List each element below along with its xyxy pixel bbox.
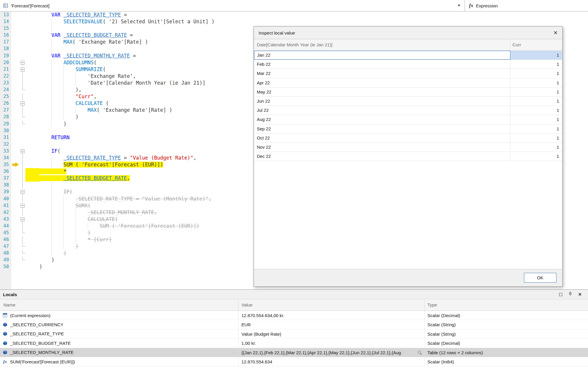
date-cell[interactable]: Feb 22 — [254, 60, 510, 69]
local-name-cell[interactable]: fxSUM('Forecast'[Forecast (EUR)]) — [0, 357, 239, 366]
locals-row[interactable]: fxSUM('Forecast'[Forecast (EUR)])12.870.… — [0, 357, 588, 366]
curr-cell[interactable]: 1 — [510, 60, 562, 69]
code-token — [39, 135, 51, 140]
date-cell[interactable]: Jun 22 — [254, 97, 510, 106]
dialog-close-icon[interactable]: × — [553, 29, 558, 36]
curr-cell[interactable]: 1 — [510, 78, 562, 87]
date-cell[interactable]: Sep 22 — [254, 124, 510, 133]
inspect-table-row[interactable]: Sep 221 — [254, 124, 562, 134]
curr-cell[interactable]: 1 — [510, 88, 562, 96]
locals-row[interactable]: _SELECTED_MONTHLY_RATE{{Jan 22,1},{Feb 2… — [0, 348, 588, 357]
indent-guide — [63, 80, 64, 86]
fold-collapse-icon[interactable] — [21, 68, 24, 71]
fold-margin — [11, 243, 25, 250]
curr-column-header[interactable]: Curr — [510, 39, 562, 50]
name-column-header[interactable]: Name — [0, 299, 239, 311]
pin-icon[interactable] — [568, 292, 572, 297]
code-text: MAX( 'Exchange Rate'[Rate] ) — [25, 107, 172, 114]
curr-cell[interactable]: 1 — [510, 152, 562, 161]
indent-guide — [51, 73, 52, 80]
locals-row[interactable]: _SELECTED_RATE_TYPEValue (Budget Rate)Sc… — [0, 329, 588, 339]
curr-cell[interactable]: 1 — [510, 97, 562, 106]
indent-guide — [51, 93, 52, 100]
date-cell[interactable]: Jul 22 — [254, 106, 510, 115]
date-cell[interactable]: Jan 22 — [254, 51, 510, 60]
chevron-down-icon[interactable] — [458, 5, 460, 6]
local-value-cell[interactable]: EUR — [239, 320, 425, 329]
curr-cell[interactable]: 1 — [510, 143, 562, 152]
fold-margin — [11, 66, 25, 73]
value-column-header[interactable]: Value — [239, 299, 425, 311]
inspect-table-row[interactable]: May 221 — [254, 88, 562, 97]
locals-title: Locals — [3, 292, 17, 297]
local-value-cell[interactable]: 1,00 kr. — [239, 339, 425, 347]
date-cell[interactable]: Apr 22 — [254, 78, 510, 87]
inspect-table-row[interactable]: Jun 221 — [254, 97, 562, 106]
local-name-cell[interactable]: _SELECTED_CURRENCY — [0, 320, 239, 329]
local-name-cell[interactable]: _SELECTED_MONTHLY_RATE — [0, 348, 239, 357]
date-cell[interactable]: Dec 22 — [254, 152, 510, 161]
code-line-14[interactable]: 14 SELECTEDVALUE( '2) Selected Unit'[Sel… — [0, 18, 588, 25]
code-line-13[interactable]: 13 VAR _SELECTED_RATE_TYPE = — [0, 12, 588, 18]
local-name-cell[interactable]: (Current expression) — [0, 311, 239, 320]
inspect-table-row[interactable]: Feb 221 — [254, 60, 562, 69]
code-token — [39, 53, 51, 59]
fold-margin — [11, 209, 25, 216]
code-token: _SELECTED_RATE_TYPE — [63, 12, 121, 18]
curr-cell[interactable]: 1 — [510, 51, 562, 60]
code-token: MAX — [63, 39, 73, 45]
line-number: 18 — [0, 45, 11, 52]
code-text: SUM ( 'Forecast'[Forecast (EUR)]) — [25, 223, 199, 229]
locals-row[interactable]: _SELECTED_BUDGET_RATE1,00 kr.Scalar (Dec… — [0, 339, 588, 348]
inspect-table-row[interactable]: Dec 221 — [254, 152, 562, 161]
line-number: 34 — [0, 155, 11, 161]
locals-row[interactable]: _SELECTED_CURRENCYEURScalar (String) — [0, 320, 588, 329]
date-column-header[interactable]: Date[Calendar Month Year (ie Jan 21)] — [254, 39, 510, 50]
curr-cell[interactable]: 1 — [510, 124, 562, 133]
code-token: ) — [63, 250, 66, 256]
locals-close-icon[interactable]: × — [578, 292, 582, 297]
fold-margin — [11, 223, 25, 229]
inspect-table-row[interactable]: Jan 221 — [254, 51, 562, 60]
float-window-icon[interactable] — [559, 293, 562, 296]
local-value-cell[interactable]: 12.870.554.634,00 kr. — [239, 311, 425, 320]
locals-rows: (Current expression)12.870.554.634,00 kr… — [0, 311, 588, 366]
local-name: _SELECTED_CURRENCY — [10, 322, 63, 327]
indent-guide — [63, 86, 64, 93]
inspect-table-row[interactable]: Apr 221 — [254, 78, 562, 88]
code-token: 'Date'[Calendar Month Year (ie Jan 21)] — [88, 80, 205, 86]
date-cell[interactable]: Oct 22 — [254, 134, 510, 142]
local-value-cell[interactable]: {{Jan 22,1},{Feb 22,1},{Mar 22,1},{Apr 2… — [239, 348, 425, 357]
fold-collapse-icon[interactable] — [21, 61, 24, 65]
curr-cell[interactable]: 1 — [510, 115, 562, 124]
date-cell[interactable]: Mar 22 — [254, 69, 510, 78]
ok-button[interactable]: OK — [524, 273, 556, 283]
inspect-table-row[interactable]: Aug 221 — [254, 115, 562, 124]
type-column-header[interactable]: Type — [425, 299, 588, 311]
local-value-cell[interactable]: Value (Budget Rate) — [239, 329, 425, 338]
local-name-cell[interactable]: _SELECTED_RATE_TYPE — [0, 329, 239, 338]
magnifier-icon[interactable] — [418, 350, 422, 355]
code-text: "Curr", — [25, 93, 97, 100]
inspect-table-row[interactable]: Nov 221 — [254, 143, 562, 152]
date-cell[interactable]: May 22 — [254, 88, 510, 96]
local-name-cell[interactable]: _SELECTED_BUDGET_RATE — [0, 339, 239, 347]
curr-cell[interactable]: 1 — [510, 134, 562, 142]
date-cell[interactable]: Aug 22 — [254, 115, 510, 124]
fold-collapse-icon[interactable] — [21, 101, 24, 105]
expression-selector-combo[interactable]: 'Forecast'[Forecast] — [0, 0, 465, 11]
indent-guide — [51, 107, 52, 114]
fold-collapse-icon[interactable] — [21, 217, 24, 221]
date-cell[interactable]: Nov 22 — [254, 143, 510, 152]
local-value-cell[interactable]: 12.870.554.634 — [239, 357, 425, 366]
fold-collapse-icon[interactable] — [21, 190, 24, 194]
curr-cell[interactable]: 1 — [510, 69, 562, 78]
inspect-table-row[interactable]: Mar 221 — [254, 69, 562, 78]
fold-collapse-icon[interactable] — [21, 149, 24, 153]
locals-row[interactable]: (Current expression)12.870.554.634,00 kr… — [0, 311, 588, 320]
inspect-table-row[interactable]: Oct 221 — [254, 134, 562, 143]
fold-collapse-icon[interactable] — [21, 204, 24, 208]
dialog-titlebar[interactable]: Inspect local value × — [254, 27, 562, 39]
inspect-table-row[interactable]: Jul 221 — [254, 106, 562, 115]
curr-cell[interactable]: 1 — [510, 106, 562, 115]
